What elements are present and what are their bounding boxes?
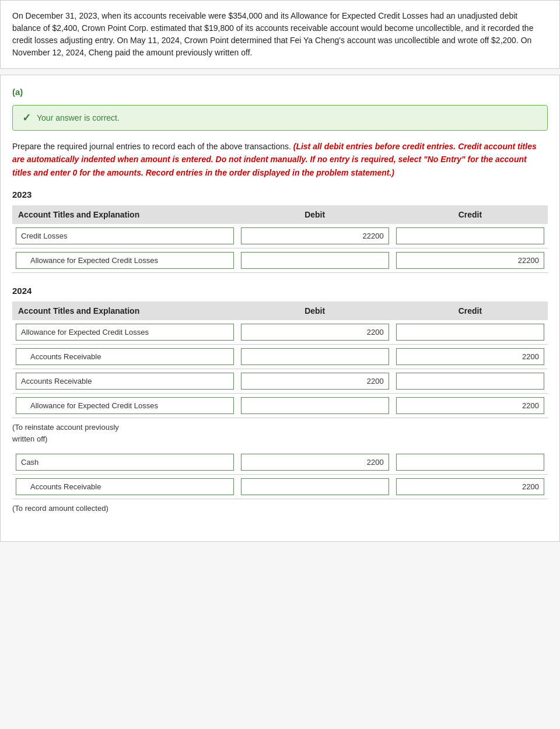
year-2023-label: 2023 — [12, 190, 548, 199]
header-account-2024: Account Titles and Explanation — [12, 302, 237, 320]
header-credit-2024: Credit — [393, 302, 548, 320]
check-icon: ✓ — [22, 111, 31, 124]
credit-cell — [393, 450, 548, 475]
account-input[interactable] — [16, 324, 234, 341]
account-cell — [12, 345, 237, 369]
credit-input[interactable] — [396, 348, 544, 365]
debit-input[interactable] — [241, 227, 389, 244]
account-input[interactable] — [16, 227, 234, 244]
debit-cell — [237, 394, 393, 418]
credit-cell — [393, 345, 548, 369]
debit-input[interactable] — [241, 397, 389, 414]
credit-cell — [393, 475, 548, 499]
account-cell — [12, 475, 237, 499]
debit-input[interactable] — [241, 252, 389, 269]
account-cell — [12, 369, 237, 394]
note-collect: (To record amount collected) — [12, 503, 548, 514]
header-debit-2023: Debit — [237, 205, 393, 224]
correct-text: Your answer is correct. — [37, 113, 120, 122]
account-input[interactable] — [16, 454, 234, 471]
part-a-label: (a) — [12, 87, 548, 97]
credit-input[interactable] — [396, 454, 544, 471]
correct-banner: ✓ Your answer is correct. — [12, 105, 548, 131]
table-row — [12, 248, 548, 273]
table-2024-collect — [12, 450, 548, 499]
debit-cell — [237, 450, 393, 475]
section-2023: 2023 Account Titles and Explanation Debi… — [12, 190, 548, 273]
account-input[interactable] — [16, 397, 234, 414]
debit-cell — [237, 248, 393, 273]
table-row — [12, 475, 548, 499]
credit-cell — [393, 320, 548, 345]
account-cell — [12, 394, 237, 418]
account-input[interactable] — [16, 348, 234, 365]
credit-cell — [393, 394, 548, 418]
credit-input[interactable] — [396, 478, 544, 495]
debit-input[interactable] — [241, 348, 389, 365]
instructions-plain: Prepare the required journal entries to … — [12, 142, 293, 151]
credit-input[interactable] — [396, 324, 544, 341]
year-2024-label: 2024 — [12, 286, 548, 296]
table-row — [12, 394, 548, 418]
account-cell — [12, 248, 237, 273]
section-2024: 2024 Account Titles and Explanation Debi… — [12, 286, 548, 514]
note-reinstate: (To reinstate account previouslywritten … — [12, 422, 548, 444]
account-input[interactable] — [16, 252, 234, 269]
credit-input[interactable] — [396, 252, 544, 269]
instructions: Prepare the required journal entries to … — [12, 140, 548, 179]
credit-cell — [393, 248, 548, 273]
account-cell — [12, 224, 237, 248]
header-debit-2024: Debit — [237, 302, 393, 320]
debit-cell — [237, 345, 393, 369]
header-credit-2023: Credit — [393, 205, 548, 224]
header-account-2023: Account Titles and Explanation — [12, 205, 237, 224]
credit-cell — [393, 369, 548, 394]
table-row — [12, 369, 548, 394]
debit-cell — [237, 369, 393, 394]
table-row — [12, 320, 548, 345]
table-row — [12, 450, 548, 475]
account-cell — [12, 320, 237, 345]
debit-input[interactable] — [241, 478, 389, 495]
credit-input[interactable] — [396, 227, 544, 244]
table-row — [12, 224, 548, 248]
problem-text: On December 31, 2023, when its accounts … — [12, 10, 548, 59]
table-2024: Account Titles and Explanation Debit Cre… — [12, 302, 548, 418]
table-row — [12, 345, 548, 369]
account-input[interactable] — [16, 478, 234, 495]
debit-cell — [237, 224, 393, 248]
debit-input[interactable] — [241, 373, 389, 390]
problem-section: On December 31, 2023, when its accounts … — [0, 0, 560, 69]
table-2023: Account Titles and Explanation Debit Cre… — [12, 205, 548, 273]
debit-cell — [237, 320, 393, 345]
credit-cell — [393, 224, 548, 248]
debit-input[interactable] — [241, 454, 389, 471]
part-a-section: (a) ✓ Your answer is correct. Prepare th… — [0, 75, 560, 542]
debit-cell — [237, 475, 393, 499]
account-cell — [12, 450, 237, 475]
debit-input[interactable] — [241, 324, 389, 341]
credit-input[interactable] — [396, 397, 544, 414]
account-input[interactable] — [16, 373, 234, 390]
credit-input[interactable] — [396, 373, 544, 390]
